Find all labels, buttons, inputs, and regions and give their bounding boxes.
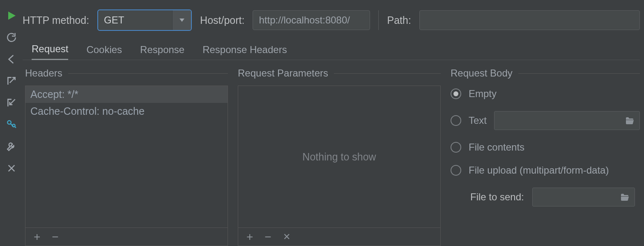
radio-icon [451, 88, 461, 99]
file-to-send-row: File to send: [470, 188, 640, 207]
list-item[interactable]: Accept: */* [25, 86, 228, 103]
http-method-value: GET [98, 14, 172, 26]
chevron-down-icon[interactable] [172, 10, 191, 30]
params-toolbar: + − ✕ [238, 227, 440, 246]
import-icon[interactable] [6, 97, 17, 109]
refresh-icon[interactable] [6, 32, 17, 43]
params-empty-text: Nothing to show [238, 86, 440, 227]
headers-title: Headers [25, 67, 62, 79]
file-to-send-label: File to send: [470, 191, 524, 203]
svg-line-1 [9, 77, 15, 83]
wrench-icon[interactable] [6, 141, 17, 152]
close-icon[interactable] [6, 162, 17, 174]
keys-icon[interactable] [6, 119, 17, 130]
svg-marker-0 [8, 12, 16, 20]
params-list[interactable]: Nothing to show + − ✕ [238, 86, 441, 246]
run-icon[interactable] [6, 10, 17, 21]
tab-bar: Request Cookies Response Response Header… [23, 40, 640, 60]
export-icon[interactable] [6, 75, 17, 87]
list-item[interactable]: Cache-Control: no-cache [25, 103, 228, 120]
body-option-file-upload[interactable]: File upload (multipart/form-data) [451, 165, 640, 176]
path-label: Path: [387, 14, 411, 26]
add-icon[interactable]: + [34, 231, 40, 243]
headers-toolbar: + − [25, 227, 228, 246]
clear-icon[interactable]: ✕ [283, 232, 290, 241]
radio-icon [451, 115, 461, 126]
body-text-input[interactable] [494, 111, 640, 130]
body-option-empty[interactable]: Empty [451, 88, 640, 100]
svg-line-6 [14, 126, 16, 128]
host-port-input[interactable]: http://localhost:8080/ [253, 10, 370, 30]
folder-icon[interactable] [619, 192, 630, 202]
request-config-row: HTTP method: GET Host/port: http://local… [23, 0, 640, 40]
tab-request[interactable]: Request [32, 43, 68, 60]
request-parameters-panel: Request Parameters Nothing to show + − ✕ [238, 67, 441, 246]
remove-icon[interactable]: − [264, 231, 271, 243]
http-method-select[interactable]: GET [97, 9, 192, 31]
request-body-panel: Request Body Empty Text [451, 67, 640, 246]
svg-point-3 [7, 121, 11, 124]
back-icon[interactable] [6, 53, 17, 65]
tab-response[interactable]: Response [140, 44, 184, 60]
tab-cookies[interactable]: Cookies [86, 44, 122, 60]
headers-list[interactable]: Accept: */* Cache-Control: no-cache + − [25, 86, 228, 246]
add-icon[interactable]: + [246, 231, 253, 243]
svg-line-2 [9, 99, 15, 104]
params-title: Request Parameters [238, 67, 328, 79]
body-option-file-contents[interactable]: File contents [451, 142, 640, 153]
host-port-label: Host/port: [200, 14, 244, 26]
remove-icon[interactable]: − [52, 231, 58, 243]
body-option-text[interactable]: Text [451, 111, 640, 130]
folder-icon[interactable] [624, 116, 635, 125]
body-title: Request Body [451, 67, 513, 79]
tab-response-headers[interactable]: Response Headers [202, 44, 287, 60]
http-method-label: HTTP method: [23, 14, 89, 26]
svg-marker-9 [179, 19, 184, 22]
radio-icon [451, 142, 461, 153]
radio-icon [451, 165, 461, 176]
path-input[interactable] [419, 10, 640, 30]
file-to-send-input[interactable] [532, 188, 635, 207]
separator [378, 10, 379, 30]
tool-sidebar [0, 0, 23, 246]
headers-panel: Headers Accept: */* Cache-Control: no-ca… [25, 67, 228, 246]
